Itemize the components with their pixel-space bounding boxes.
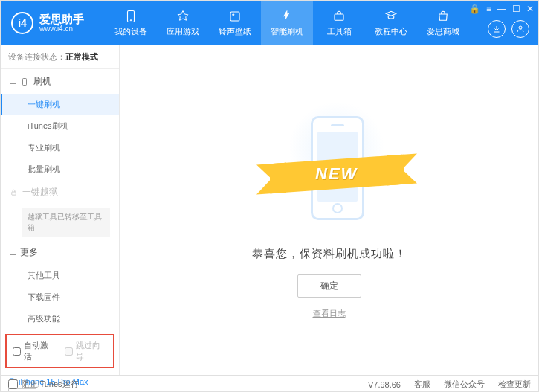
highlighted-checkbox-row: 自动激活 跳过向导 xyxy=(5,334,114,368)
sidebar-item-itunes-flash[interactable]: iTunes刷机 xyxy=(1,115,119,137)
lock-icon[interactable]: 🔒 xyxy=(469,4,480,14)
nav-my-device[interactable]: 我的设备 xyxy=(105,1,157,45)
svg-point-5 xyxy=(519,26,522,29)
maximize-icon[interactable]: ☐ xyxy=(512,4,520,14)
customer-service-link[interactable]: 客服 xyxy=(414,379,430,390)
version-label: V7.98.66 xyxy=(368,380,401,389)
wechat-link[interactable]: 微信公众号 xyxy=(444,379,485,390)
main-content: NEW 恭喜您，保资料刷机成功啦！ 确定 查看日志 xyxy=(120,45,538,375)
ribbon-text: NEW xyxy=(315,164,358,184)
window-controls: 🔒 ≡ — ☐ ✕ xyxy=(469,4,534,14)
svg-rect-2 xyxy=(230,12,239,21)
sidebar-item-oneclick-flash[interactable]: 一键刷机 xyxy=(1,94,119,115)
success-illustration: NEW xyxy=(248,101,411,235)
sidebar-item-batch-flash[interactable]: 批量刷机 xyxy=(1,158,119,180)
nav-apps-games[interactable]: 应用游戏 xyxy=(157,1,209,45)
block-itunes-checkbox[interactable]: 阻止iTunes运行 xyxy=(8,379,79,390)
nav-tutorials[interactable]: 教程中心 xyxy=(365,1,417,45)
svg-point-3 xyxy=(233,14,234,16)
sidebar-item-advanced[interactable]: 高级功能 xyxy=(1,308,119,330)
close-icon[interactable]: ✕ xyxy=(526,4,534,14)
minimize-icon[interactable]: — xyxy=(497,4,506,14)
sidebar-section-more[interactable]: 更多 xyxy=(1,240,119,265)
sidebar-item-pro-flash[interactable]: 专业刷机 xyxy=(1,137,119,158)
lock-icon xyxy=(10,188,18,196)
success-message: 恭喜您，保资料刷机成功啦！ xyxy=(252,247,407,261)
sidebar-section-flash[interactable]: 刷机 xyxy=(1,69,119,94)
app-header: i4 爱思助手 www.i4.cn 我的设备 应用游戏 铃声壁纸 智能刷机 工具… xyxy=(1,1,538,45)
auto-activate-checkbox[interactable]: 自动激活 xyxy=(13,340,56,362)
svg-rect-6 xyxy=(23,78,27,85)
phone-icon xyxy=(20,77,29,86)
logo: i4 爱思助手 www.i4.cn xyxy=(1,12,105,34)
skip-guide-checkbox[interactable]: 跳过向导 xyxy=(65,340,108,362)
nav-smart-flash[interactable]: 智能刷机 xyxy=(261,1,313,45)
sidebar-item-other-tools[interactable]: 其他工具 xyxy=(1,265,119,286)
nav-shop[interactable]: 爱思商城 xyxy=(417,1,469,45)
sidebar-section-jailbreak: 一键越狱 xyxy=(1,180,119,205)
menu-icon[interactable]: ≡ xyxy=(486,4,491,14)
jailbreak-note: 越狱工具已转移至工具箱 xyxy=(22,208,110,237)
top-nav: 我的设备 应用游戏 铃声壁纸 智能刷机 工具箱 教程中心 爱思商城 xyxy=(105,1,469,45)
app-url: www.i4.cn xyxy=(39,25,84,33)
sidebar: 设备连接状态：正常模式 刷机 一键刷机 iTunes刷机 专业刷机 批量刷机 一… xyxy=(1,45,120,375)
check-update-link[interactable]: 检查更新 xyxy=(498,379,531,390)
connection-status: 设备连接状态：正常模式 xyxy=(1,45,119,69)
view-log-link[interactable]: 查看日志 xyxy=(313,308,346,319)
svg-rect-7 xyxy=(12,192,16,195)
app-name: 爱思助手 xyxy=(39,13,84,25)
user-button[interactable] xyxy=(511,20,529,38)
sidebar-item-download-firmware[interactable]: 下载固件 xyxy=(1,286,119,308)
svg-rect-4 xyxy=(335,14,343,20)
nav-ringtone-wallpaper[interactable]: 铃声壁纸 xyxy=(209,1,261,45)
svg-point-1 xyxy=(130,20,132,22)
nav-toolbox[interactable]: 工具箱 xyxy=(313,1,365,45)
download-button[interactable] xyxy=(488,20,506,38)
logo-icon: i4 xyxy=(11,12,33,34)
ok-button[interactable]: 确定 xyxy=(297,274,361,298)
